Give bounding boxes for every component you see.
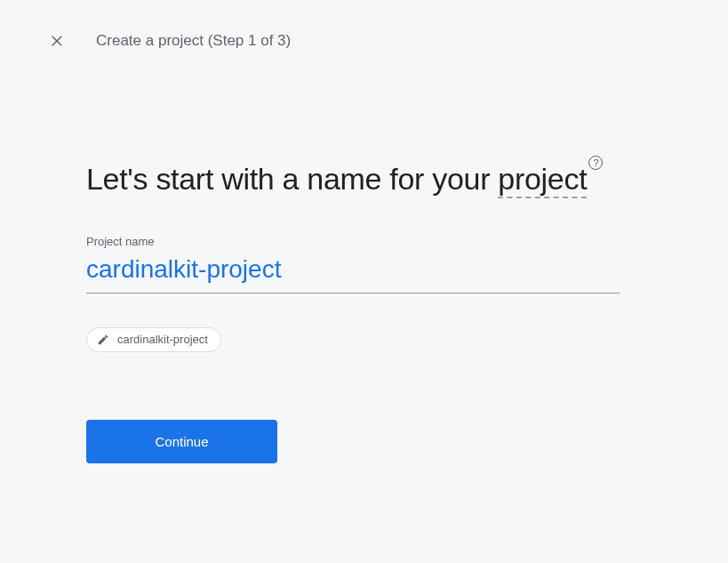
pencil-icon xyxy=(96,333,110,347)
close-button[interactable] xyxy=(46,30,68,52)
continue-button[interactable]: Continue xyxy=(86,420,277,463)
close-icon xyxy=(50,34,64,48)
help-icon[interactable]: ? xyxy=(588,156,603,170)
heading-project-term[interactable]: project xyxy=(498,162,587,198)
dialog-header: Create a project (Step 1 of 3) xyxy=(0,0,728,52)
dialog-title: Create a project (Step 1 of 3) xyxy=(96,32,291,50)
page-heading: Let's start with a name for your project… xyxy=(86,158,622,201)
project-id-text: cardinalkit-project xyxy=(117,333,208,346)
project-name-input[interactable] xyxy=(86,250,620,294)
project-name-field: Project name xyxy=(86,235,622,294)
heading-text: Let's start with a name for your xyxy=(86,162,498,196)
dialog-content: Let's start with a name for your project… xyxy=(0,52,622,463)
project-id-chip[interactable]: cardinalkit-project xyxy=(86,327,221,352)
project-name-label: Project name xyxy=(86,235,622,248)
